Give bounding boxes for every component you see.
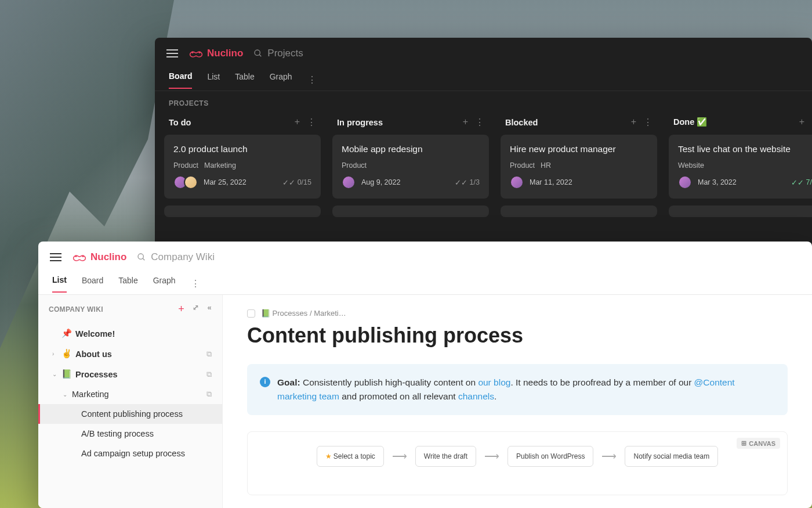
add-card-button[interactable]: + <box>295 117 300 128</box>
tree-emoji: ✌️ <box>61 349 72 359</box>
nuclino-logo[interactable]: Nuclino <box>72 251 126 263</box>
svg-point-5 <box>82 255 84 257</box>
card-date: Mar 25, 2022 <box>204 178 246 186</box>
board-card[interactable]: Mobile app redesign Product Aug 9, 2022✓… <box>332 135 489 199</box>
add-card-button[interactable]: + <box>463 117 468 128</box>
card-tags: ProductMarketing <box>173 161 311 170</box>
tab-graph[interactable]: Graph <box>270 72 292 88</box>
tree-emoji: 📌 <box>61 329 72 338</box>
card-tags: Product <box>342 161 480 170</box>
tab-board[interactable]: Board <box>82 276 103 292</box>
arrow-icon: ⟶ <box>484 450 499 463</box>
tab-board[interactable]: Board <box>169 71 192 89</box>
page-checkbox[interactable] <box>247 309 255 318</box>
flow-diagram: ★Select a topic⟶Write the draft⟶Publish … <box>258 446 777 467</box>
expand-icon[interactable]: ⤢ <box>193 303 199 315</box>
section-label: PROJECTS <box>155 91 812 112</box>
search-dark[interactable]: Projects <box>253 48 303 59</box>
goal-callout: i Goal: Consistently publish high-qualit… <box>247 364 788 415</box>
chevron-icon[interactable]: ⌄ <box>52 371 58 377</box>
link-blog[interactable]: our blog <box>478 377 510 387</box>
flow-step[interactable]: Write the draft <box>415 446 476 467</box>
flow-step[interactable]: ★Select a topic <box>317 446 384 467</box>
add-page-button[interactable]: + <box>178 303 184 315</box>
column-menu-icon[interactable]: ⋮ <box>307 117 316 128</box>
flow-step[interactable]: Notify social media team <box>625 446 718 467</box>
logo-text: Nuclino <box>90 251 126 263</box>
tree-label: Processes <box>75 370 203 379</box>
tree-label: Welcome! <box>75 329 212 338</box>
tree-item[interactable]: A/B testing process <box>38 424 222 444</box>
svg-line-3 <box>259 55 261 56</box>
page-tree: 📌Welcome!›✌️About us⧉⌄📗Processes⧉⌄Market… <box>38 321 222 466</box>
add-card-button[interactable]: + <box>631 117 636 128</box>
duplicate-icon[interactable]: ⧉ <box>206 390 212 399</box>
card-title: Mobile app redesign <box>342 144 480 154</box>
info-icon: i <box>260 377 270 387</box>
callout-body: Goal: Consistently publish high-quality … <box>277 376 775 403</box>
card-title: Hire new product manager <box>510 144 648 154</box>
avatar <box>510 175 524 189</box>
main-content: 📗 Processes / Marketi… Content publishin… <box>223 295 812 508</box>
tab-table[interactable]: Table <box>235 72 254 88</box>
card-date: Mar 3, 2022 <box>698 178 737 186</box>
tree-emoji: 📗 <box>61 369 72 379</box>
tree-item[interactable]: Content publishing process <box>38 404 222 424</box>
duplicate-icon[interactable]: ⧉ <box>206 350 212 359</box>
hamburger-icon[interactable] <box>50 253 61 261</box>
tab-list[interactable]: List <box>207 72 220 88</box>
logo-text: Nuclino <box>207 48 243 59</box>
card-date: Aug 9, 2022 <box>361 178 400 186</box>
titlebar-light: Nuclino Company Wiki <box>38 242 812 273</box>
tab-list[interactable]: List <box>52 275 67 293</box>
board-column: Blocked+⋮Hire new product manager Produc… <box>501 112 657 217</box>
progress-count: ✓✓ 1/3 <box>455 178 480 187</box>
chevron-icon[interactable]: › <box>52 351 58 357</box>
tree-item[interactable]: ›✌️About us⧉ <box>38 344 222 364</box>
progress-count: ✓✓ 7/7 <box>791 178 812 187</box>
flow-step[interactable]: Publish on WordPress <box>507 446 594 467</box>
tree-label: A/B testing process <box>81 429 212 438</box>
board-card[interactable]: 2.0 product launch ProductMarketing Mar … <box>164 135 321 199</box>
canvas-block[interactable]: ⊞ CANVAS ★Select a topic⟶Write the draft… <box>247 431 788 495</box>
column-menu-icon[interactable]: ⋮ <box>643 117 652 128</box>
breadcrumb: 📗 Processes / Marketi… <box>247 309 788 318</box>
search-light[interactable]: Company Wiki <box>137 251 215 263</box>
svg-line-7 <box>143 258 144 260</box>
column-menu-icon[interactable]: ⋮ <box>475 117 484 128</box>
avatar <box>678 175 692 189</box>
duplicate-icon[interactable]: ⧉ <box>206 370 212 379</box>
tab-graph[interactable]: Graph <box>153 276 176 292</box>
board-card[interactable]: Hire new product manager ProductHR Mar 1… <box>501 135 657 199</box>
board-card[interactable]: Test live chat on the website Website Ma… <box>669 135 812 199</box>
tab-table[interactable]: Table <box>118 276 137 292</box>
collapse-icon[interactable]: « <box>207 303 212 315</box>
nuclino-logo[interactable]: Nuclino <box>188 48 243 59</box>
progress-count: ✓✓ 0/15 <box>282 178 311 187</box>
breadcrumb-text[interactable]: 📗 Processes / Marketi… <box>261 309 346 318</box>
wiki-window: Nuclino Company Wiki List Board Table Gr… <box>38 242 812 508</box>
more-icon[interactable]: ⋮ <box>191 278 200 289</box>
search-text: Company Wiki <box>151 251 215 263</box>
more-icon[interactable]: ⋮ <box>307 74 317 85</box>
tree-item[interactable]: 📌Welcome! <box>38 323 222 344</box>
card-placeholder <box>332 206 489 217</box>
svg-point-4 <box>75 255 77 257</box>
board-column: Done ✅+⋮Test live chat on the website We… <box>669 112 812 217</box>
sidebar: COMPANY WIKI + ⤢ « 📌Welcome!›✌️About us⧉… <box>38 295 223 508</box>
page-title: Content publishing process <box>247 323 788 348</box>
link-channels[interactable]: channels <box>458 391 494 401</box>
hamburger-icon[interactable] <box>166 49 178 57</box>
column-title: Done ✅ <box>673 117 707 127</box>
chevron-icon[interactable]: ⌄ <box>63 391 68 398</box>
tree-item[interactable]: ⌄Marketing⧉ <box>38 384 222 404</box>
tree-item[interactable]: Ad campaign setup process <box>38 444 222 463</box>
tree-label: Ad campaign setup process <box>81 449 212 458</box>
avatar <box>184 175 198 189</box>
search-icon <box>137 253 146 262</box>
tree-item[interactable]: ⌄📗Processes⧉ <box>38 364 222 384</box>
card-placeholder <box>669 206 812 217</box>
view-tabs-dark: Board List Table Graph ⋮ <box>155 69 812 91</box>
add-card-button[interactable]: + <box>799 117 804 128</box>
svg-point-2 <box>255 50 260 55</box>
